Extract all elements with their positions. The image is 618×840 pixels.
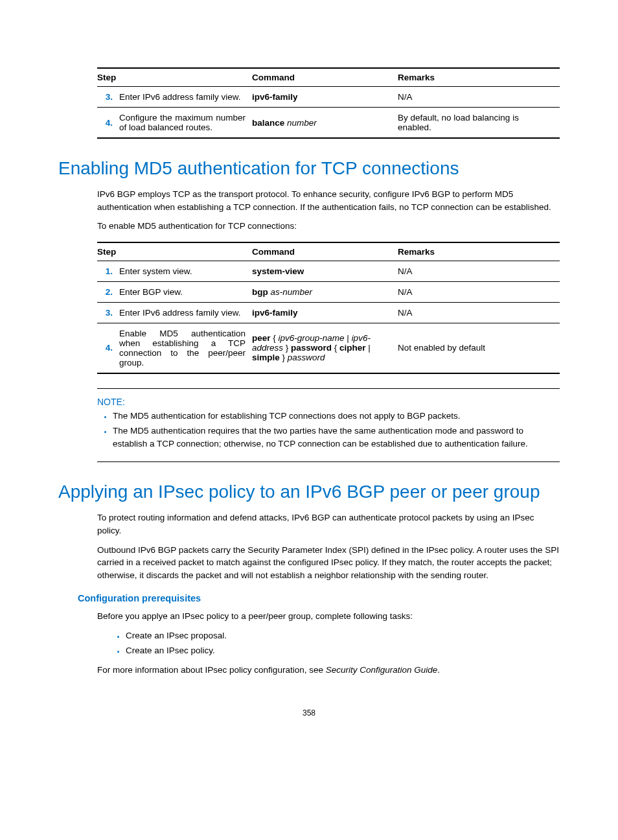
th-command: Command <box>252 68 398 87</box>
table-row: 3.Enter IPv6 address family view.ipv6-fa… <box>97 87 560 108</box>
th-remarks: Remarks <box>398 242 560 261</box>
md5-content: IPv6 BGP employs TCP as the transport pr… <box>97 188 560 462</box>
step-description: Enter system view. <box>119 261 252 281</box>
table1: Step Command Remarks 3.Enter IPv6 addres… <box>97 67 560 139</box>
step-number: 3. <box>97 302 119 323</box>
step-description: Enable MD5 authentication when establish… <box>119 323 252 373</box>
table1-body: 3.Enter IPv6 address family view.ipv6-fa… <box>97 87 560 139</box>
heading-md5: Enabling MD5 authentication for TCP conn… <box>58 158 560 179</box>
p4-pre: For more information about IPsec policy … <box>97 665 326 675</box>
step-command: balance number <box>252 108 398 139</box>
step-command: bgp as-number <box>252 281 398 302</box>
step-remarks: By default, no load balancing is enabled… <box>398 108 560 139</box>
page-number: 358 <box>58 708 560 718</box>
subhead-prereq: Configuration prerequisites <box>78 593 560 603</box>
table-row: 1.Enter system view.system-viewN/A <box>97 261 560 281</box>
md5-p1: IPv6 BGP employs TCP as the transport pr… <box>97 188 560 213</box>
th-step: Step <box>97 242 252 261</box>
step-remarks: N/A <box>398 261 560 281</box>
note-box: NOTE: The MD5 authentication for establi… <box>97 388 560 463</box>
table-row: 3.Enter IPv6 address family view.ipv6-fa… <box>97 302 560 323</box>
table-row: 2.Enter BGP view.bgp as-numberN/A <box>97 281 560 302</box>
prereq-content: Before you applye an IPsec policy to a p… <box>97 610 560 676</box>
page: Step Command Remarks 3.Enter IPv6 addres… <box>0 0 618 743</box>
list-item: Create an IPsec proposal. <box>126 629 560 642</box>
md5-p2: To enable MD5 authentication for TCP con… <box>97 220 560 233</box>
step-remarks: Not enabled by default <box>398 323 560 373</box>
step-number: 1. <box>97 261 119 281</box>
step-command: system-view <box>252 261 398 281</box>
list-item: Create an IPsec policy. <box>126 644 560 657</box>
list-item: The MD5 authentication for establishing … <box>113 410 560 423</box>
table2-body: 1.Enter system view.system-viewN/A2.Ente… <box>97 261 560 373</box>
step-description: Configure the maximum number of load bal… <box>119 108 252 139</box>
th-remarks: Remarks <box>398 68 560 87</box>
step-description: Enter IPv6 address family view. <box>119 302 252 323</box>
step-number: 3. <box>97 87 119 108</box>
step-command: peer { ipv6-group-name | ipv6-address } … <box>252 323 398 373</box>
step-number: 4. <box>97 108 119 139</box>
step-command: ipv6-family <box>252 302 398 323</box>
table-row: 4.Enable MD5 authentication when establi… <box>97 323 560 373</box>
step-remarks: N/A <box>398 302 560 323</box>
ipsec-p2: Outbound IPv6 BGP packets carry the Secu… <box>97 544 560 582</box>
ipsec-content: To protect routing information and defen… <box>97 511 560 581</box>
p4-em: Security Configuration Guide <box>326 665 438 675</box>
prereq-more: For more information about IPsec policy … <box>97 664 560 677</box>
step-remarks: N/A <box>398 281 560 302</box>
step-number: 4. <box>97 323 119 373</box>
list-item: The MD5 authentication requires that the… <box>113 425 560 450</box>
step-number: 2. <box>97 281 119 302</box>
step-description: Enter BGP view. <box>119 281 252 302</box>
heading-ipsec: Applying an IPsec policy to an IPv6 BGP … <box>58 482 560 502</box>
th-command: Command <box>252 242 398 261</box>
step-remarks: N/A <box>398 87 560 108</box>
table1-wrap: Step Command Remarks 3.Enter IPv6 addres… <box>97 67 560 139</box>
p4-post: . <box>437 665 440 675</box>
note-list: The MD5 authentication for establishing … <box>97 410 560 450</box>
th-step: Step <box>97 68 252 87</box>
step-command: ipv6-family <box>252 87 398 108</box>
table-row: 4.Configure the maximum number of load b… <box>97 108 560 139</box>
table2: Step Command Remarks 1.Enter system view… <box>97 242 560 374</box>
prereq-intro: Before you applye an IPsec policy to a p… <box>97 610 560 623</box>
step-description: Enter IPv6 address family view. <box>119 87 252 108</box>
note-label: NOTE: <box>97 397 560 407</box>
prereq-list: Create an IPsec proposal.Create an IPsec… <box>97 629 560 657</box>
ipsec-p1: To protect routing information and defen… <box>97 511 560 537</box>
